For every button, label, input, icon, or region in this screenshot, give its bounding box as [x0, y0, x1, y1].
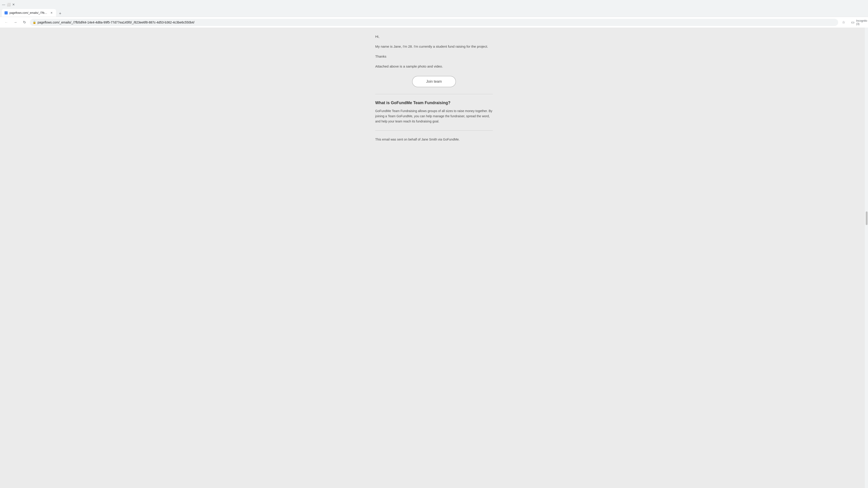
close-button[interactable]: ✕ [12, 3, 16, 6]
email-attachment-note: Attached above is a sample photo and vid… [375, 64, 493, 69]
maximize-button[interactable]: ⬜ [7, 3, 10, 6]
back-button[interactable]: ← [3, 19, 10, 26]
section-title: What is GoFundMe Team Fundraising? [375, 101, 493, 105]
gofundme-section: What is GoFundMe Team Fundraising? GoFun… [375, 101, 493, 124]
scrollbar[interactable] [865, 27, 868, 488]
email-thanks: Thanks [375, 54, 493, 59]
email-container: Hi, My name is Jane, I'm 28. I'm current… [375, 34, 493, 475]
reload-button[interactable]: ↻ [21, 19, 28, 26]
forward-button[interactable]: → [12, 19, 19, 26]
sidebar-button[interactable]: ▭ [849, 19, 856, 26]
bookmark-button[interactable]: ☆ [840, 19, 847, 26]
browser-chrome: — ⬜ ✕ pageflows.com/_emails/_/7fb5... ✕ … [0, 0, 868, 28]
tab-title: pageflows.com/_emails/_/7fb5... [9, 11, 48, 14]
tab-favicon [4, 11, 8, 14]
window-controls: — ⬜ ✕ [2, 3, 16, 6]
active-tab[interactable]: pageflows.com/_emails/_/7fb5... ✕ [2, 9, 56, 17]
profile-button[interactable]: Incognito (3) [858, 19, 865, 26]
omnibox-bar: ← → ↻ 🔒 pageflows.com/_emails/_/7fb5df44… [0, 17, 868, 28]
profile-label: Incognito (3) [856, 19, 867, 26]
title-bar: — ⬜ ✕ [0, 0, 868, 9]
email-body: Hi, My name is Jane, I'm 28. I'm current… [375, 34, 493, 69]
lock-icon: 🔒 [33, 21, 36, 24]
email-intro: My name is Jane, I'm 28. I'm currently a… [375, 44, 493, 49]
section-body: GoFundMe Team Fundraising allows groups … [375, 108, 493, 124]
page-content: Hi, My name is Jane, I'm 28. I'm current… [0, 27, 868, 488]
scrollbar-thumb[interactable] [866, 212, 868, 225]
email-greeting: Hi, [375, 34, 493, 39]
join-button-wrapper: Join team [375, 76, 493, 87]
tab-close-button[interactable]: ✕ [50, 11, 53, 15]
footer-text: This email was sent on behalf of Jane Sm… [375, 137, 493, 142]
new-tab-button[interactable]: + [57, 10, 63, 17]
address-bar[interactable]: 🔒 pageflows.com/_emails/_/7fb5df44-14e4-… [30, 19, 838, 26]
divider-1 [375, 94, 493, 94]
divider-2 [375, 130, 493, 131]
minimize-button[interactable]: — [2, 3, 5, 6]
tab-bar: pageflows.com/_emails/_/7fb5... ✕ + [0, 9, 868, 17]
address-text: pageflows.com/_emails/_/7fb5df44-14e4-4d… [37, 21, 835, 24]
join-team-button[interactable]: Join team [412, 76, 456, 87]
